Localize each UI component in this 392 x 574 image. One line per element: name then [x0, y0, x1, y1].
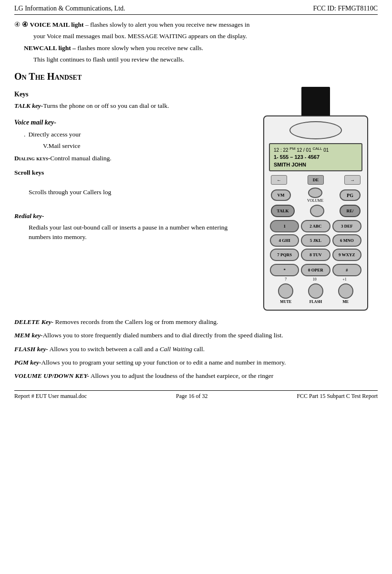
flash-italic: Call Waiting — [160, 345, 192, 353]
talk-key-text: TALK key-Turns the phone on or off so yo… — [14, 101, 249, 111]
key-1[interactable]: 1 — [270, 220, 299, 232]
footer-center: Page 16 of 32 — [176, 393, 207, 400]
display-line2: 1- 555 – 123 - 4567 — [274, 154, 358, 161]
volume-section: VOLUME UP/DOWN KEY- Allows you to adjust… — [14, 371, 378, 381]
mem-section: MEM key-Allows you to store frequently d… — [14, 331, 378, 340]
phone-graphic: 12 : 22 PM 12 / 01 CALL 01 1- 555 – 123 … — [254, 87, 378, 311]
footer-left: Report # EUT User manual.doc — [14, 393, 87, 400]
item4-line2: your Voice mail messages mail box. MESSA… — [33, 31, 378, 41]
footer-right: FCC Part 15 Subpart C Test Report — [297, 393, 378, 400]
delete-label: DELETE Key- — [14, 318, 53, 325]
volume-label-text: VOLUME UP/DOWN KEY- — [14, 372, 89, 379]
phone-display: 12 : 22 PM 12 / 01 CALL 01 1- 555 – 123 … — [269, 143, 362, 171]
item4-line1: ④ ④ VOICE MAIL light – flashes slowly to… — [14, 20, 378, 30]
below-content: DELETE Key- Removes records from the Cal… — [14, 317, 378, 381]
voicemail-sub-text: V.Mail service — [43, 141, 249, 151]
re-button[interactable]: RE/ — [340, 205, 361, 217]
flash-button[interactable] — [308, 283, 323, 299]
pgm-label: PGM key- — [14, 359, 41, 366]
talk-button[interactable]: TALK — [271, 205, 295, 217]
key-5jkl[interactable]: 5 JKL — [301, 234, 330, 247]
newcall-label: NEWCALL light – — [24, 44, 76, 52]
voicemail-key-label: Voice mail key- — [14, 119, 56, 126]
key-4ghi[interactable]: 4 GHI — [270, 234, 299, 247]
volume-oval[interactable] — [308, 188, 322, 198]
key-3def[interactable]: 3 DEF — [332, 220, 361, 232]
header-right: FCC ID: FFMGT8110C — [313, 5, 378, 12]
pgm-section: PGM key-Allows you to program your setti… — [14, 358, 378, 367]
mem-label: MEM key- — [14, 332, 43, 339]
display-line1: 12 : 22 PM 12 / 01 CALL 01 — [274, 146, 358, 154]
voicemail-dot-text: .Directly access your — [24, 130, 249, 139]
key-7pqrs[interactable]: 7 PQRS — [270, 249, 299, 261]
dialing-label: Dialing keys- — [14, 155, 50, 162]
key-0oper[interactable]: 0 OPER — [301, 264, 330, 276]
voicemail-section: Voice mail key- .Directly access your V.… — [14, 117, 249, 151]
scroll-text: Scrolls through your Callers log — [29, 188, 249, 197]
voicemail-label: Voice mail key- — [14, 117, 249, 127]
volume-btn[interactable] — [310, 205, 324, 217]
newcall-line2: This light continues to flash until you … — [33, 55, 378, 64]
redial-section: Redial key- Redials your last out-bound … — [14, 211, 249, 242]
header-left: LG Information & Communications, Ltd. — [14, 5, 125, 12]
dialing-text: Dialing keys-Control manual dialing. — [14, 154, 249, 163]
mute-label: MUTE — [280, 300, 291, 304]
nav-left-btn[interactable]: ← — [271, 175, 287, 185]
volume-label: VOLUME — [307, 198, 323, 203]
intro-section: ④ ④ VOICE MAIL light – flashes slowly to… — [14, 20, 378, 64]
mute-button[interactable] — [278, 283, 293, 299]
talk-re-row: TALK RE/ — [269, 205, 362, 217]
item4-label: ④ VOICE MAIL light — [22, 21, 83, 28]
redial-key-label: Redial key- — [14, 212, 44, 219]
page-footer: Report # EUT User manual.doc Page 16 of … — [14, 390, 378, 400]
pg-button[interactable]: PG — [340, 189, 361, 201]
mute-row: MUTE FLASH ME — [269, 283, 362, 304]
newcall-line1: NEWCALL light – flashes more slowly when… — [24, 43, 378, 53]
me-label: ME — [342, 300, 349, 304]
phone-speaker — [289, 121, 342, 139]
redial-text: Redials your last out-bound call or inse… — [29, 223, 249, 242]
bottom-row: * 0 OPER # — [269, 264, 362, 276]
nav-right-btn[interactable]: → — [344, 175, 361, 185]
label-7: 7 — [285, 277, 287, 282]
volume-control: VOLUME — [307, 188, 323, 203]
mute-col: MUTE — [278, 283, 293, 304]
page-header: LG Information & Communications, Ltd. FC… — [14, 5, 378, 15]
phone-body: 12 : 22 PM 12 / 01 CALL 01 1- 555 – 123 … — [263, 115, 368, 311]
key-hash[interactable]: # — [332, 264, 361, 276]
keypad: 1 2 ABC 3 DEF 4 GHI 5 JKL 6 MNO 7 PQRS 8… — [269, 220, 362, 261]
key-2abc[interactable]: 2 ABC — [301, 220, 330, 232]
me-col: ME — [338, 283, 353, 304]
key-6mno[interactable]: 6 MNO — [332, 234, 361, 247]
dialing-section: Dialing keys-Control manual dialing. — [14, 154, 249, 163]
key-8tuv[interactable]: 8 TUV — [301, 249, 330, 261]
flash-label: FLASH — [309, 300, 322, 304]
talk-key-label: TALK key- — [14, 102, 43, 109]
key-star[interactable]: * — [270, 264, 299, 276]
key-9wxyz[interactable]: 9 WXYZ — [332, 249, 361, 261]
nav-center-btn[interactable]: DE — [308, 175, 324, 185]
nav-row: ← DE → — [269, 175, 362, 185]
me-button[interactable] — [338, 283, 353, 299]
vm-button[interactable]: VM — [271, 189, 291, 201]
left-text-area: Keys TALK key-Turns the phone on or off … — [14, 87, 254, 311]
phone-top-bar — [301, 87, 330, 115]
vm-pg-row: VM VOLUME PG — [269, 188, 362, 203]
delete-section: DELETE Key- Removes records from the Cal… — [14, 317, 378, 327]
display-line3: SMITH JOHN — [274, 161, 358, 168]
main-content: Keys TALK key-Turns the phone on or off … — [14, 87, 378, 311]
flash-section: FLASH key- Allows you to switch between … — [14, 344, 378, 354]
flash-col: FLASH — [308, 283, 323, 304]
label-10: 10 — [313, 277, 317, 282]
label-plus1: +1 — [342, 277, 347, 282]
redial-label: Redial key- — [14, 211, 249, 221]
talk-key-section: TALK key-Turns the phone on or off so yo… — [14, 101, 249, 111]
bottom-labels: 7 10 +1 — [269, 277, 362, 282]
keys-heading: Keys — [14, 91, 249, 98]
scroll-section: Scroll keys Scrolls through your Callers… — [14, 168, 249, 197]
section-title: On The Handset — [14, 71, 378, 82]
flash-key-label: FLASH key- — [14, 345, 48, 353]
scroll-label: Scroll keys — [14, 168, 249, 177]
scroll-key-label: Scroll keys — [14, 169, 44, 176]
